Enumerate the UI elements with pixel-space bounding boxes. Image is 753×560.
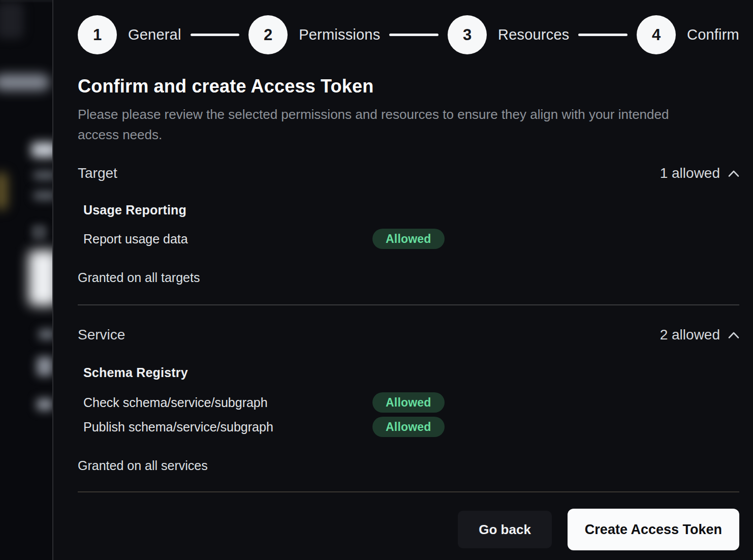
permission-group-schema-registry: Schema Registry Check schema/service/sub… bbox=[83, 365, 739, 437]
step-number-badge: 2 bbox=[248, 15, 288, 54]
blurred-text-line bbox=[37, 357, 53, 376]
chevron-up-icon bbox=[728, 331, 739, 339]
section-header-service: Service 2 allowed bbox=[78, 327, 739, 343]
group-title: Usage Reporting bbox=[83, 203, 739, 217]
chevron-up-icon bbox=[728, 170, 739, 177]
step-connector bbox=[389, 34, 438, 36]
section-count-toggle[interactable]: 1 allowed bbox=[660, 165, 739, 181]
blurred-card bbox=[28, 250, 53, 306]
blurred-heading bbox=[32, 142, 53, 158]
blurred-text-line bbox=[34, 171, 53, 180]
permission-row: Check schema/service/subgraph Allowed bbox=[83, 392, 739, 413]
blurred-icon bbox=[32, 225, 47, 240]
background-sidebar bbox=[0, 0, 53, 560]
step-label: Permissions bbox=[299, 26, 380, 43]
section-divider bbox=[78, 491, 739, 492]
stepper-step-confirm[interactable]: 4 Confirm bbox=[637, 15, 739, 54]
section-count-toggle[interactable]: 2 allowed bbox=[660, 327, 739, 343]
page-title: Confirm and create Access Token bbox=[78, 76, 739, 97]
permission-group-usage-reporting: Usage Reporting Report usage data Allowe… bbox=[83, 203, 739, 249]
stepper-step-resources[interactable]: 3 Resources bbox=[448, 15, 569, 54]
step-number-badge: 4 bbox=[637, 15, 676, 54]
blurred-nav-item bbox=[0, 74, 50, 90]
permission-row: Report usage data Allowed bbox=[83, 229, 739, 249]
permission-label: Report usage data bbox=[83, 232, 372, 246]
section-header-target: Target 1 allowed bbox=[78, 165, 739, 181]
blurred-text-line bbox=[34, 191, 53, 200]
blurred-logo bbox=[0, 2, 23, 39]
go-back-button[interactable]: Go back bbox=[458, 511, 552, 548]
blurred-text-line bbox=[39, 329, 53, 339]
stepper-step-general[interactable]: 1 General bbox=[78, 15, 181, 54]
modal-footer: Go back Create Access Token bbox=[78, 509, 739, 550]
section-divider bbox=[78, 304, 739, 305]
permission-label: Publish schema/service/subgraph bbox=[83, 420, 372, 434]
blurred-divider bbox=[0, 0, 53, 1]
section-count: 2 allowed bbox=[660, 327, 720, 343]
section-count: 1 allowed bbox=[660, 165, 720, 181]
status-badge: Allowed bbox=[372, 417, 445, 437]
step-connector bbox=[191, 34, 240, 36]
section-name: Service bbox=[78, 327, 125, 343]
step-label: General bbox=[128, 26, 181, 43]
step-number-badge: 1 bbox=[78, 15, 117, 54]
permission-label: Check schema/service/subgraph bbox=[83, 395, 372, 410]
step-number-badge: 3 bbox=[448, 15, 487, 54]
create-access-token-button[interactable]: Create Access Token bbox=[568, 509, 739, 550]
granted-note: Granted on all targets bbox=[78, 270, 739, 285]
step-label: Confirm bbox=[687, 26, 739, 43]
step-connector bbox=[578, 34, 628, 36]
blurred-accent bbox=[0, 173, 7, 209]
blurred-text-line bbox=[37, 398, 53, 411]
stepper-step-permissions[interactable]: 2 Permissions bbox=[248, 15, 380, 54]
section-name: Target bbox=[78, 165, 117, 181]
status-badge: Allowed bbox=[372, 229, 445, 249]
permission-row: Publish schema/service/subgraph Allowed bbox=[83, 417, 739, 437]
group-title: Schema Registry bbox=[83, 365, 739, 380]
status-badge: Allowed bbox=[372, 392, 445, 413]
screen: 1 General 2 Permissions 3 Resources 4 Co… bbox=[0, 0, 753, 560]
page-description: Please please review the selected permis… bbox=[78, 104, 700, 145]
granted-note: Granted on all services bbox=[78, 458, 739, 473]
create-access-token-modal: 1 General 2 Permissions 3 Resources 4 Co… bbox=[53, 0, 753, 560]
step-label: Resources bbox=[498, 26, 569, 43]
wizard-stepper: 1 General 2 Permissions 3 Resources 4 Co… bbox=[78, 15, 739, 54]
